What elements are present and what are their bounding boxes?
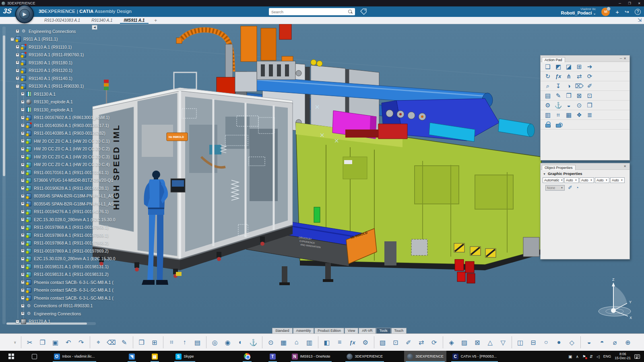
painter-ball-icon[interactable]: ◔ [576,185,579,191]
taskbar-item-chrome[interactable] [241,351,253,362]
search-icon[interactable] [348,9,353,14]
tree-item-label[interactable]: R911-00197869 A.1 (R911-00197869.2) [34,249,109,253]
tree-item-label[interactable]: R91110 A.1 (R91110.1) [29,45,72,49]
expand-icon[interactable]: + [21,116,25,119]
panel-close-icon[interactable]: ✕ [623,57,628,60]
redo-icon[interactable]: ↷ [76,339,87,346]
tree-item-label[interactable]: HW 20 CC Z0 C A.1 (HW 20 CC Z0 C.1) [34,139,109,144]
tree-item-label[interactable]: 573606 VTUG-14-MSDR-B1TZ-25V20-Q1 [34,178,113,183]
exploded-view-icon[interactable]: ❒ [585,101,594,110]
tree-collapse-button[interactable]: ◀ [92,25,97,30]
minimize-icon[interactable]: ─ [615,2,625,5]
tree-row[interactable]: +R911-00198131 A.1 (R911-00198131.2) [10,271,116,279]
toolbar-chevron-icon[interactable]: ∨ [14,340,17,344]
tree-item-label[interactable]: R91120 A.1 (R91120.1) [29,68,72,73]
graphic-prop-dropdown-1[interactable]: Auto▼ [564,177,579,183]
update-icon[interactable]: ↻ [543,72,553,81]
tree-item-label[interactable]: Phoenix contact SACB- 6-3-L-SC-M8 A.1 ( [34,296,114,300]
tree-item-label[interactable]: R91170 A.1 [29,319,50,324]
expand-icon[interactable]: + [21,210,25,214]
tree-row[interactable]: +R911-00197868 A.1 (R911-00197868.1) [10,224,116,232]
tree-row[interactable]: −R91130 A.1 (R911-R90330.1) [10,82,116,90]
clipboard-icon[interactable]: ▤ [192,339,203,346]
iso-view-icon[interactable]: ◈ [446,339,457,346]
tree-row[interactable]: +R91140 A.1 (R91140.1) [10,74,116,82]
expand-icon[interactable]: + [21,92,25,96]
language-indicator[interactable]: ENG [603,354,611,358]
tree-row[interactable]: +R911-00197869 A.1 (R911-00197869.2) [10,247,116,255]
expand-icon[interactable]: + [21,241,25,245]
tree-row[interactable]: +R91180 A.1 (R91180.1) [10,59,116,67]
workbench-tab-product-edition[interactable]: Product Edition [314,328,344,333]
sketch-pen-icon[interactable]: ✎ [119,339,130,346]
share-globe-icon[interactable]: ◉ [223,339,233,346]
document-tab-1[interactable]: R91340 A.1 [86,17,118,24]
group-cubes-icon[interactable]: ▦ [564,111,574,119]
taskbar-item-sticky-notes[interactable]: ▤ [149,351,161,362]
chevron-up-icon[interactable]: ∧ [576,354,578,359]
tree-row[interactable]: +R91130_explode A.1 [10,98,116,106]
magnifier-icon[interactable]: ⌕ [543,82,553,90]
material-ball-icon[interactable]: ◒ [584,339,594,346]
anchor-icon[interactable]: ⚓ [248,339,259,346]
tree-row[interactable]: −R911 A.1 (R911.1) [10,35,116,43]
formula-fx-icon[interactable]: ƒx [553,72,563,81]
expand-icon[interactable]: + [21,202,25,206]
ghost-cube-icon[interactable]: ◪ [564,62,574,71]
tree-item-label[interactable]: Phoenix contact SACB- 6-3-L-SC-M8 A.1 ( [34,280,114,285]
box-fix-icon[interactable]: ⊠ [574,91,584,100]
tree-row[interactable]: +8035545 SPAN-B2R-G18M-PN-PN-L1_AS [10,192,116,200]
workspace-selector[interactable]: Roboti_Podaci ⌄ [561,11,596,16]
grid-view-icon[interactable]: ⊞ [149,339,160,346]
share-icon[interactable]: ↪ [625,9,629,15]
workbench-tab-touch[interactable]: Touch [391,328,407,333]
cut-icon[interactable]: ✂ [25,339,35,346]
tree-row[interactable]: −R91170 A.1 [10,318,116,326]
expand-icon[interactable]: + [21,226,25,229]
workbench-tab-standard[interactable]: Standard [272,328,293,333]
tree-row[interactable]: +R91130_explode A.1 [10,106,116,114]
action-pad-tab[interactable]: Action Pad [542,57,565,62]
panel-minimize-icon[interactable]: ─ [620,57,624,60]
navigate-arrow-icon[interactable]: ➔ [585,62,594,71]
erase-icon[interactable]: ⌫ [106,339,117,346]
expand-icon[interactable]: + [21,233,25,237]
tree-row[interactable]: +R911-00170161 A.1 (R911-00170161.1) [10,169,116,177]
tree-row[interactable]: +R911-00140350 A.1 (R903-00126617.1) [10,121,116,130]
avatar[interactable]: VI [601,8,610,16]
tree-row[interactable]: +8035545 SPAN-B2R-G18M-PN-PN-L1_AS [10,200,116,208]
update-icon[interactable]: ⟳ [429,339,440,346]
eraser-icon[interactable]: ⌦ [574,82,584,90]
alert-flag-icon[interactable]: ⚑ [582,354,586,359]
tree-row[interactable]: +Phoenix contact SACB- 6-3-L-SC-M8 A.1 ( [10,294,116,302]
tree-row[interactable]: +R911-00140385 A.1 (R903-00126282) [10,130,116,138]
tree-item-label[interactable]: R911-00140350 A.1 (R903-00126617.1) [34,123,109,128]
tree-row[interactable]: +R911-00197869 A.1 (R911-00197869.1) [10,231,116,239]
reorder-list-icon[interactable]: ≣ [585,111,594,119]
tag-icon[interactable] [360,8,367,15]
graphic-prop-dropdown-2[interactable]: Auto▼ [580,177,594,183]
expand-icon[interactable]: + [21,139,25,143]
expand-icon[interactable]: + [21,312,25,315]
tree-row[interactable]: +R911-00198131 A.1 (R911-00198131.1) [10,263,116,271]
taskbar-item-outlook[interactable]: OInbox - vladimir.ilic... [51,351,98,362]
tree-row[interactable]: +HW 20 CC Z0 C A.1 (HW 20 CC Z0 C.1) [10,137,116,145]
taskbar-item-onenote[interactable]: NIMS913 - OneNote [289,351,333,362]
object-properties-tab[interactable]: Object Properties [542,165,576,170]
tree-row[interactable]: +E2C.15.30.028.0_280mm A.1 (E2C.15.30.0 [10,216,116,224]
tree-vertical-scrollbar[interactable] [2,27,6,324]
search-input[interactable] [269,10,348,14]
collapse-icon[interactable]: − [10,37,14,41]
paste-icon[interactable]: ▣ [50,339,61,346]
3d-compass-button[interactable]: ▶ [15,5,34,23]
expand-icon[interactable]: + [21,273,25,276]
tree-item-label[interactable]: R91180 A.1 (R91180.1) [29,60,72,65]
tree-row[interactable]: +⚙Connections of R911-R90330.1 [10,302,116,310]
session-globe-icon[interactable]: ◎ [210,339,220,346]
render-ball-icon[interactable]: ◓ [597,339,607,346]
graphic-prop-dropdown-4[interactable]: Auto▼ [610,177,625,183]
op-close-icon[interactable]: ✕ [623,165,628,168]
tree-item-label[interactable]: R91130 A.1 (R911-R90330.1) [29,84,84,88]
tree-item-label[interactable]: R911-00197868 A.1 (R911-00197868.1) [34,225,109,230]
tree-row[interactable]: +Phoenix contact SACB- 6-3-L-SC-M8 A.1 ( [10,278,116,286]
